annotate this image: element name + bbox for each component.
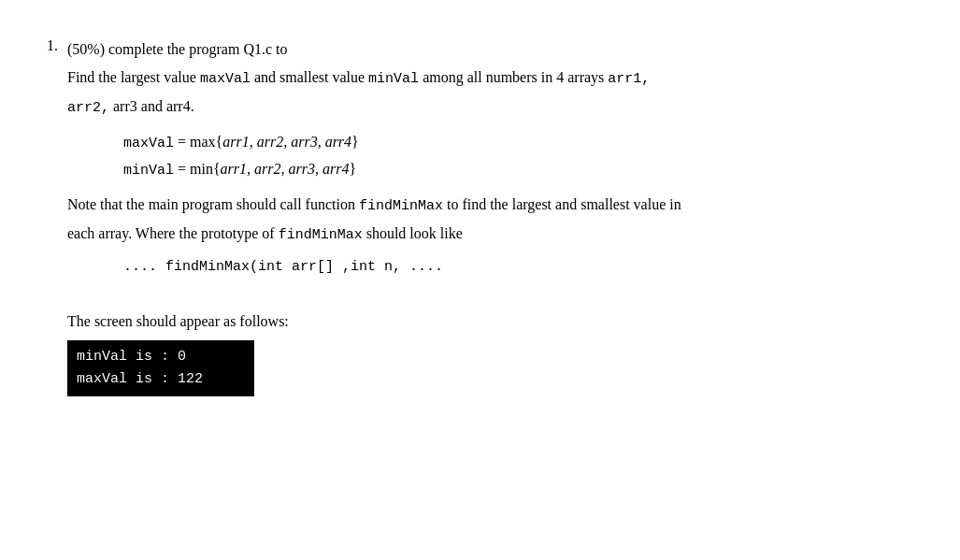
maxval-code-1: maxVal [200,71,251,87]
formula2-line: minVal = min{arr1, arr2, arr3, arr4} [123,156,913,183]
formula2-end: } [349,161,356,177]
formula1-line: maxVal = max{arr1, arr2, arr3, arr4} [123,129,913,156]
question-content: (50%) complete the program Q1.c to Find … [67,37,913,396]
formula1-eq: = max{ [174,134,222,150]
terminal-box: minVal is : 0 maxVal is : 122 [67,340,254,396]
formula2-label: minVal [123,163,174,179]
terminal-line1: minVal is : 0 [77,346,245,368]
question-container: 1. (50%) complete the program Q1.c to Fi… [47,37,913,396]
arr2-code: arr2, [67,100,109,116]
note-line2: each array. Where the prototype of findM… [67,222,913,247]
formula2-vars: arr1, arr2, arr3, arr4 [221,161,350,177]
line1-end: among all numbers in 4 arrays [419,69,608,85]
note-line2-end: should look like [363,225,463,241]
screen-section: The screen should appear as follows: min… [67,309,913,397]
formula1-end: } [351,134,359,150]
note-line1-start: Note that the main program should call f… [67,196,359,212]
question-number: 1. [47,37,58,396]
line1: Find the largest value maxVal and smalle… [67,65,913,91]
findminmax-code-1: findMinMax [359,198,443,214]
intro-line: (50%) complete the program Q1.c to [67,37,913,62]
line2: arr2, arr3 and arr4. [67,94,913,120]
formula1-vars: arr1, arr2, arr3, arr4 [222,134,351,150]
line2-mid: arr3 and arr4. [109,98,194,114]
note-line1-end: to find the largest and smallest value i… [443,196,681,212]
line1-start: Find the largest value [67,69,200,85]
intro-text: (50%) complete the program Q1.c to [67,41,287,57]
arr1-code: arr1, [608,71,650,87]
terminal-line2: maxVal is : 122 [77,368,245,391]
formula-block: maxVal = max{arr1, arr2, arr3, arr4} min… [123,129,913,183]
screen-label: The screen should appear as follows: [67,309,913,334]
formula2-eq: = min{ [174,161,221,177]
formula1-label: maxVal [123,136,174,151]
findminmax-code-2: findMinMax [279,227,363,243]
line1-mid: and smallest value [251,69,368,85]
minval-code-1: minVal [368,71,419,87]
prototype-block: .... findMinMax(int arr[] ,int n, .... [123,254,913,280]
note-line1: Note that the main program should call f… [67,193,913,218]
note-line2-start: each array. Where the prototype of [67,225,279,241]
prototype-text: .... findMinMax(int arr[] ,int n, .... [123,259,443,275]
